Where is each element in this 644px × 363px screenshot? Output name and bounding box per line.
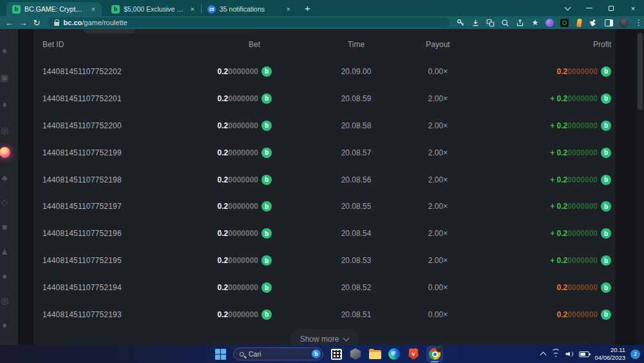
bet-amount: 0.20000000 b xyxy=(33,58,272,85)
scrollbar-thumb[interactable] xyxy=(638,33,643,110)
bcd-coin-icon: b xyxy=(601,309,611,320)
battery-icon[interactable] xyxy=(579,351,589,357)
bcd-coin-icon: b xyxy=(261,201,272,211)
close-button[interactable]: × xyxy=(622,0,644,16)
sidebar-icon-4[interactable]: ◎ xyxy=(0,123,12,137)
table-row: 144081451107752193 0.20000000 b 20.08.51… xyxy=(33,301,615,328)
new-tab-button[interactable]: + xyxy=(305,3,310,14)
sidebar-icon-2[interactable]: ▣ xyxy=(0,70,12,84)
search-placeholder: Cari xyxy=(249,350,307,358)
bet-amount: 0.20000000 b xyxy=(33,112,272,139)
forward-icon[interactable]: → xyxy=(16,18,30,28)
tab-close-icon[interactable]: × xyxy=(285,5,292,14)
tab-close-icon[interactable]: × xyxy=(90,5,97,14)
bcd-coin-icon: b xyxy=(261,148,272,158)
sidebar-icon-8[interactable]: ■ xyxy=(0,220,12,234)
bet-amount: 0.20000000 b xyxy=(33,193,272,220)
sidebar-icon-3[interactable]: ♦ xyxy=(0,97,12,112)
bcd-coin-icon: b xyxy=(601,148,611,158)
bcd-coin-icon: b xyxy=(601,66,611,77)
table-row: 144081451107752200 0.20000000 b 20.08.58… xyxy=(33,112,615,139)
sidebar-icon-12[interactable]: ♦ xyxy=(0,318,12,332)
password-key-icon[interactable] xyxy=(456,17,466,28)
table-header-row: Bet ID Bet Time Payout Profit xyxy=(33,38,615,51)
extension-purple-icon[interactable] xyxy=(545,17,555,28)
tray-date: 04/06/2023 xyxy=(594,354,625,362)
browser-toolbar: ← → ↻ bc.co/game/roulette ★ xyxy=(0,16,644,29)
bet-amount: 0.20000000 b xyxy=(33,301,272,328)
bcd-coin-icon: b xyxy=(261,282,272,293)
sidebar-icon-6[interactable]: ♣ xyxy=(0,171,12,185)
sidebar-icon-9[interactable]: ▲ xyxy=(0,244,12,259)
sidebar-icon-1[interactable]: ♠ xyxy=(0,43,12,57)
extensions-puzzle-icon[interactable] xyxy=(589,17,600,28)
profile-avatar[interactable] xyxy=(619,17,629,28)
page-gutter xyxy=(615,29,636,345)
bet-profit: + 0.20000000 b xyxy=(550,139,611,166)
header-profit: Profit xyxy=(593,38,611,51)
table-row: 144081451107752201 0.20000000 b 20.08.59… xyxy=(33,85,615,112)
bcd-coin-icon: b xyxy=(601,93,611,104)
tray-chevron-icon[interactable] xyxy=(540,352,547,358)
bcd-coin-icon: b xyxy=(261,121,272,131)
tab-roulette-promo[interactable]: b $5,000 Exclusive Roulette Prestig × xyxy=(106,2,201,16)
search-icon xyxy=(240,352,244,357)
speaker-icon[interactable] xyxy=(565,351,574,358)
chrome-active-indicator xyxy=(431,361,439,362)
header-payout: Payout xyxy=(374,38,502,51)
extension-dark-icon[interactable] xyxy=(560,17,570,28)
sidebar-icon-7[interactable]: ◇ xyxy=(0,195,12,210)
extension-torch-icon[interactable] xyxy=(574,17,585,28)
sidebar-icon-10[interactable]: ● xyxy=(0,269,12,283)
tab-title: $5,000 Exclusive Roulette Prestig xyxy=(124,5,185,13)
tab-search-icon[interactable] xyxy=(556,0,578,16)
bcd-coin-icon: b xyxy=(601,175,611,185)
wifi-icon[interactable] xyxy=(551,351,560,358)
polyhedron-app-icon[interactable] xyxy=(349,348,362,360)
bet-payout: 2.00× xyxy=(374,85,502,112)
notification-badge[interactable]: 2 xyxy=(630,349,640,359)
bet-profit: + 0.20000000 b xyxy=(550,247,611,274)
start-button[interactable] xyxy=(214,348,227,360)
clock[interactable]: 20.11 04/06/2023 xyxy=(594,346,625,362)
system-tray: 20.11 04/06/2023 2 xyxy=(541,345,640,363)
sidebar-icon-11[interactable]: ◎ xyxy=(0,293,12,308)
tab-bcgame[interactable]: b BC.GAME: Crypto Casino Games × xyxy=(6,2,102,16)
table-row: 144081451107752198 0.20000000 b 20.08.56… xyxy=(33,166,615,193)
taskbar-search[interactable]: Cari b xyxy=(233,348,323,360)
menu-dots-icon[interactable]: ⋮ xyxy=(634,17,644,28)
taskbar-center: Cari b V xyxy=(214,345,443,363)
side-panel-icon[interactable] xyxy=(604,17,614,28)
share-icon[interactable] xyxy=(515,17,526,28)
bet-payout: 2.00× xyxy=(374,112,502,139)
tab-close-icon[interactable]: × xyxy=(189,5,196,14)
bookmark-star-icon[interactable]: ★ xyxy=(530,17,540,28)
zoom-icon[interactable] xyxy=(500,17,511,28)
grid-app-icon[interactable] xyxy=(330,348,343,360)
tab-notifications[interactable]: 35 35 notifications × xyxy=(202,2,297,16)
bet-payout: 0.00× xyxy=(374,58,502,85)
toolbar-actions: ★ ⋮ xyxy=(456,17,644,28)
reload-icon[interactable]: ↻ xyxy=(30,18,43,28)
restore-button[interactable] xyxy=(600,0,622,16)
install-download-icon[interactable] xyxy=(471,17,481,28)
back-icon[interactable]: ← xyxy=(3,18,16,28)
minimize-button[interactable] xyxy=(578,0,600,16)
table-row: 144081451107752202 0.20000000 b 20.09.00… xyxy=(33,58,615,85)
bcd-coin-icon: b xyxy=(601,228,611,239)
bcd-coin-icon: b xyxy=(261,255,272,266)
bet-profit: 0.20000000 b xyxy=(557,58,611,85)
bcd-coin-icon: b xyxy=(601,282,611,293)
file-explorer-icon[interactable] xyxy=(368,348,381,360)
brave-browser-icon[interactable]: V xyxy=(407,348,420,360)
bcgame-favicon-icon: b xyxy=(12,5,21,14)
edge-browser-icon[interactable] xyxy=(388,348,401,360)
bcd-coin-icon: b xyxy=(261,309,272,320)
page-scrollbar[interactable] xyxy=(636,29,644,345)
translate-icon[interactable] xyxy=(486,17,496,28)
chrome-browser-icon[interactable] xyxy=(426,346,443,362)
tab-title: 35 notifications xyxy=(220,5,281,13)
sidebar-icon-roulette-active[interactable] xyxy=(0,145,12,159)
bcd-coin-icon: b xyxy=(261,228,272,239)
address-bar[interactable]: bc.co/game/roulette xyxy=(48,17,450,28)
